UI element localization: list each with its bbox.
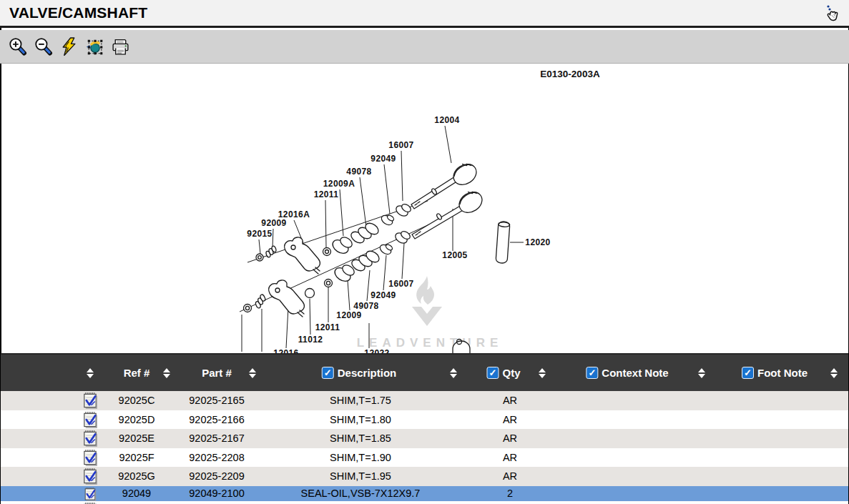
ref-cell: 92025E xyxy=(119,429,154,448)
table-row-partial[interactable] xyxy=(1,501,848,504)
diagram-part-label[interactable]: 12022 xyxy=(364,348,389,353)
sort-control[interactable] xyxy=(539,355,546,391)
part-cell: 92025-2167 xyxy=(189,429,244,448)
column-header-foot-note: Foot Note xyxy=(742,355,808,391)
quick-zoom-lightning-icon xyxy=(59,37,79,56)
ref-cell: 92025F xyxy=(119,448,154,468)
table-row[interactable]: 92025C 92025-2165 SHIM,T=1.75 AR xyxy=(1,391,848,410)
diagram-part-label[interactable]: 16007 xyxy=(388,279,413,289)
sort-control[interactable] xyxy=(87,355,94,391)
diagram-part-label[interactable]: 92015 xyxy=(247,229,272,239)
part-cell: 92025-2166 xyxy=(189,410,244,430)
diagram-part-label[interactable]: 12011 xyxy=(315,322,340,332)
part-cell: 92049-2100 xyxy=(189,486,244,502)
column-header-context-note: Context Note xyxy=(586,355,668,391)
column-header-description: Description xyxy=(322,355,397,391)
part-cell: 92025-2209 xyxy=(189,467,244,486)
table-row[interactable]: 92025D 92025-2166 SHIM,T=1.80 AR xyxy=(1,410,848,430)
notepad-check-icon[interactable] xyxy=(81,392,99,409)
sort-control[interactable] xyxy=(163,355,170,391)
column-header-qty: Qty xyxy=(486,355,520,391)
diagram-part-label[interactable]: 92049 xyxy=(370,154,396,164)
sort-control[interactable] xyxy=(698,355,705,391)
table-row[interactable]: 92025F 92025-2208 SHIM,T=1.90 AR xyxy=(1,448,848,468)
zoom-in-button[interactable] xyxy=(6,36,28,57)
notepad-check-icon[interactable] xyxy=(81,430,99,447)
notepad-check-icon[interactable] xyxy=(81,487,99,501)
diagram-part-label[interactable]: 49078 xyxy=(346,167,371,177)
zoom-out-icon xyxy=(34,37,53,56)
diagram-part-label[interactable]: 92009 xyxy=(261,218,286,228)
ref-cell: 92025G xyxy=(118,467,155,486)
diagram-part-label[interactable]: 12009A xyxy=(323,179,355,189)
sort-control[interactable] xyxy=(450,355,457,391)
hotspot-select-button[interactable] xyxy=(84,36,105,57)
description-column-checkbox[interactable] xyxy=(322,367,334,379)
diagram-area: LEADVENTURE E0130-2003A xyxy=(1,64,848,353)
qty-cell: AR xyxy=(503,429,517,448)
zoom-out-button[interactable] xyxy=(32,36,54,57)
diagram-part-label[interactable]: 49078 xyxy=(353,301,378,311)
qty-cell: AR xyxy=(503,448,517,468)
parts-catalog-page: VALVE/CAMSHAFT xyxy=(0,0,849,504)
diagram-part-label[interactable]: 12005 xyxy=(442,250,467,260)
description-cell: SHIM,T=1.90 xyxy=(330,448,391,468)
quick-zoom-button[interactable] xyxy=(58,36,79,57)
hotspot-select-icon xyxy=(85,37,104,56)
qty-cell: AR xyxy=(503,391,517,410)
notepad-check-icon[interactable] xyxy=(81,411,99,428)
ref-cell: 92025D xyxy=(119,410,155,430)
print-icon xyxy=(111,37,130,56)
notepad-check-icon[interactable] xyxy=(81,468,99,485)
table-header: Ref # Part # Description Qty Context Not… xyxy=(1,353,848,391)
description-cell: SHIM,T=1.75 xyxy=(330,391,391,410)
diagram-part-label[interactable]: 12016 xyxy=(273,348,298,353)
description-cell: SEAL-OIL,VSB-7X12X9.7 xyxy=(301,486,421,502)
table-row-selected[interactable]: 92049 92049-2100 SEAL-OIL,VSB-7X12X9.7 2 xyxy=(1,486,848,502)
diagram-part-label[interactable]: 12020 xyxy=(525,237,550,247)
sort-control[interactable] xyxy=(830,355,838,391)
page-title: VALVE/CAMSHAFT xyxy=(9,4,147,21)
foot-note-column-checkbox[interactable] xyxy=(742,367,754,379)
qty-column-checkbox[interactable] xyxy=(486,367,499,379)
watermark-logo xyxy=(412,276,442,326)
toolbar xyxy=(0,30,849,64)
table-row[interactable]: 92025G 92025-2209 SHIM,T=1.95 AR xyxy=(1,467,848,486)
qty-cell: 2 xyxy=(507,486,513,502)
diagram-part-label[interactable]: 12009 xyxy=(336,310,361,320)
title-bar: VALVE/CAMSHAFT xyxy=(0,0,849,28)
column-header-part: Part # xyxy=(202,355,232,391)
part-cell: 92025-2165 xyxy=(189,391,244,410)
description-cell: SHIM,T=1.80 xyxy=(330,410,391,430)
description-cell: SHIM,T=1.95 xyxy=(330,467,391,486)
ref-cell: 92025C xyxy=(119,391,155,410)
table-row[interactable]: 92025E 92025-2167 SHIM,T=1.85 AR xyxy=(1,429,848,448)
diagram-part-label[interactable]: 16007 xyxy=(388,140,413,150)
diagram-part-label[interactable]: 12011 xyxy=(314,189,339,199)
diagram-code: E0130-2003A xyxy=(540,69,600,79)
parts-artwork xyxy=(244,159,511,353)
print-button[interactable] xyxy=(109,36,131,57)
parts-table: Ref # Part # Description Qty Context Not… xyxy=(1,353,848,504)
qty-cell: AR xyxy=(503,410,517,430)
column-header-ref: Ref # xyxy=(124,355,150,391)
exploded-parts-drawing: LEADVENTURE E0130-2003A xyxy=(1,64,848,353)
qty-cell: AR xyxy=(503,467,517,486)
diagram-part-label[interactable]: 92049 xyxy=(370,290,396,300)
description-cell: SHIM,T=1.85 xyxy=(330,429,391,448)
notepad-check-icon[interactable] xyxy=(81,449,99,466)
sort-control[interactable] xyxy=(249,355,256,391)
context-note-column-checkbox[interactable] xyxy=(586,367,598,379)
diagram-part-label[interactable]: 12004 xyxy=(434,115,459,125)
zoom-in-icon xyxy=(8,37,27,56)
ref-cell: 92049 xyxy=(122,486,151,502)
diagram-part-label[interactable]: 11012 xyxy=(298,335,323,345)
page-flip-hand-icon[interactable] xyxy=(822,4,840,24)
part-cell: 92025-2208 xyxy=(189,448,244,468)
